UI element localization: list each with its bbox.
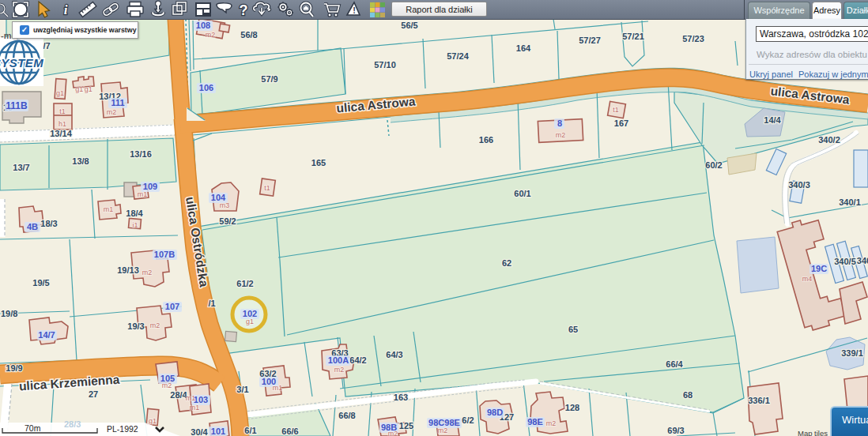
svg-text:m2: m2 xyxy=(546,419,557,427)
svg-text:66/6: 66/6 xyxy=(281,427,298,436)
svg-text:18/3: 18/3 xyxy=(40,219,57,228)
svg-text:m3: m3 xyxy=(220,201,230,209)
svg-text:19/13: 19/13 xyxy=(117,265,139,275)
svg-text:336/1: 336/1 xyxy=(748,396,770,405)
svg-text:108: 108 xyxy=(196,21,210,30)
svg-text:106: 106 xyxy=(199,83,213,92)
svg-text:i1: i1 xyxy=(132,221,138,229)
svg-text:g1'g1: g1'g1 xyxy=(75,85,92,93)
svg-text:57/10: 57/10 xyxy=(374,60,396,70)
svg-text:167: 167 xyxy=(614,118,628,128)
svg-text:PL-1992: PL-1992 xyxy=(107,424,138,434)
svg-text:65: 65 xyxy=(568,325,578,334)
svg-text:m1: m1 xyxy=(138,190,148,198)
svg-text:64/3: 64/3 xyxy=(386,350,402,359)
svg-text:66/8: 66/8 xyxy=(338,411,355,420)
svg-text:57/23: 57/23 xyxy=(682,34,704,43)
svg-text:18/4: 18/4 xyxy=(126,209,143,218)
svg-text:m2: m2 xyxy=(438,427,448,434)
svg-text:m2: m2 xyxy=(556,131,566,139)
svg-text:98D: 98D xyxy=(487,408,503,417)
svg-text:69/3: 69/3 xyxy=(667,426,684,435)
svg-text:19/5: 19/5 xyxy=(32,278,49,288)
svg-text:SYSTEM: SYSTEM xyxy=(0,56,43,70)
svg-text:g1: g1 xyxy=(149,417,157,425)
svg-text:59/2: 59/2 xyxy=(219,216,236,226)
svg-text:70m: 70m xyxy=(25,423,41,433)
svg-text:340/1: 340/1 xyxy=(839,197,861,207)
svg-text:68: 68 xyxy=(683,390,693,400)
svg-text:19/3: 19/3 xyxy=(127,321,144,331)
svg-text:13/7: 13/7 xyxy=(13,163,29,172)
svg-text:57/27: 57/27 xyxy=(579,36,601,45)
svg-text:g1: g1 xyxy=(56,89,64,97)
svg-text:340/3: 340/3 xyxy=(788,180,810,190)
svg-text:14/4: 14/4 xyxy=(764,115,781,125)
svg-text:107B: 107B xyxy=(154,250,175,259)
svg-text:57/9: 57/9 xyxy=(261,74,277,84)
svg-text:19/8: 19/8 xyxy=(1,309,17,318)
svg-text:m2: m2 xyxy=(142,269,153,276)
svg-text:!: ! xyxy=(353,6,356,15)
svg-text:6/2: 6/2 xyxy=(462,415,474,425)
svg-text:14/7: 14/7 xyxy=(38,330,55,340)
svg-text:64/2: 64/2 xyxy=(349,355,366,365)
svg-text:125: 125 xyxy=(399,421,413,430)
svg-text:m1: m1 xyxy=(104,205,114,213)
svg-text:30/4: 30/4 xyxy=(191,427,208,436)
svg-text:m2: m2 xyxy=(334,366,345,374)
svg-text:27: 27 xyxy=(89,389,98,399)
svg-text:13/16: 13/16 xyxy=(130,149,152,159)
svg-text:107: 107 xyxy=(165,302,179,311)
svg-text:340/2: 340/2 xyxy=(818,135,840,145)
svg-text:m1: m1 xyxy=(190,404,200,412)
svg-text:13/14: 13/14 xyxy=(50,129,72,138)
svg-text:t1: t1 xyxy=(613,106,619,114)
svg-text:m2: m2 xyxy=(388,430,398,436)
svg-text:340: 340 xyxy=(857,256,868,265)
svg-text:m1: m1 xyxy=(186,394,196,402)
svg-text:66/4: 66/4 xyxy=(666,359,683,369)
svg-text:101: 101 xyxy=(211,427,225,436)
svg-text:m1: m1 xyxy=(273,384,283,392)
svg-text:m2: m2 xyxy=(107,108,117,116)
svg-text:340/5: 340/5 xyxy=(834,257,856,266)
svg-text:?: ? xyxy=(240,2,248,18)
svg-text:62: 62 xyxy=(502,258,511,268)
svg-text:m2: m2 xyxy=(206,31,216,39)
svg-text:60/1: 60/1 xyxy=(514,189,530,198)
svg-text:13/8: 13/8 xyxy=(72,156,89,166)
svg-text:19/9: 19/9 xyxy=(6,363,22,373)
svg-text:98E: 98E xyxy=(527,417,543,427)
svg-text:61/2: 61/2 xyxy=(236,279,253,288)
svg-text:g1: g1 xyxy=(246,318,254,325)
svg-text:128: 128 xyxy=(565,403,579,412)
svg-text:t1: t1 xyxy=(264,184,270,192)
svg-text:57/21: 57/21 xyxy=(622,32,644,41)
svg-text:166: 166 xyxy=(479,135,493,145)
svg-text:19C: 19C xyxy=(811,264,827,273)
svg-text:/1: /1 xyxy=(208,299,215,308)
svg-text:h1: h1 xyxy=(58,120,66,128)
svg-text:3/1: 3/1 xyxy=(236,385,248,394)
svg-text:6/1: 6/1 xyxy=(244,426,256,435)
svg-text:m2: m2 xyxy=(150,321,160,329)
svg-text:28/3: 28/3 xyxy=(64,419,81,429)
svg-text:111B: 111B xyxy=(6,100,28,111)
svg-text:t1: t1 xyxy=(59,107,66,115)
svg-text:4B: 4B xyxy=(27,222,38,231)
svg-text:163: 163 xyxy=(394,393,408,402)
svg-text:56/5: 56/5 xyxy=(401,21,417,30)
svg-text:57/24: 57/24 xyxy=(447,51,469,61)
svg-text:56/8: 56/8 xyxy=(240,30,257,39)
svg-text:m2: m2 xyxy=(162,382,172,389)
svg-text:164: 164 xyxy=(516,43,531,53)
svg-text:339/1: 339/1 xyxy=(841,348,863,358)
svg-text:111: 111 xyxy=(111,98,124,107)
svg-text:165: 165 xyxy=(311,158,326,167)
svg-text:8: 8 xyxy=(557,118,562,128)
svg-text:m4: m4 xyxy=(802,275,813,283)
svg-text:60/2: 60/2 xyxy=(705,160,722,170)
svg-text:100A: 100A xyxy=(328,355,349,365)
svg-text:i: i xyxy=(64,2,68,17)
